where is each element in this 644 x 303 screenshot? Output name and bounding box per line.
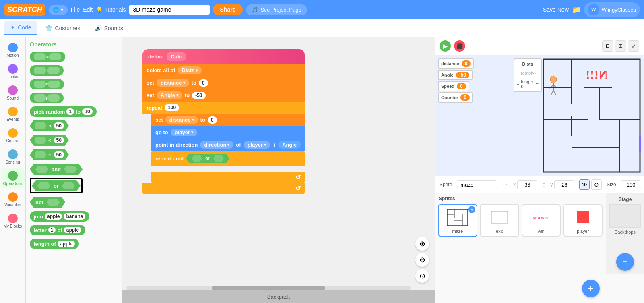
delete-all-block[interactable]: delete all of Dists ▾ <box>142 64 305 77</box>
player-of-dropdown[interactable]: player ▾ <box>244 141 270 149</box>
set-distance-block[interactable]: set distance ▾ to 0 <box>142 77 305 89</box>
hide-button[interactable]: ⊘ <box>591 179 602 190</box>
block-letter-row: letter 1 of apple <box>30 225 118 235</box>
edit-menu[interactable]: Edit <box>83 6 93 13</box>
stage-fullscreen-button[interactable]: ⤢ <box>628 40 639 52</box>
user-menu[interactable]: W WlingyClasses <box>584 2 640 17</box>
category-sensing[interactable]: Sensing <box>1 147 25 167</box>
category-variables[interactable]: Variables <box>1 190 25 210</box>
repeat-arrow-icon[interactable]: ↺ <box>295 185 301 192</box>
motion-dot <box>8 43 18 52</box>
repeat-value[interactable]: 100 <box>165 104 179 111</box>
stage-small-button[interactable]: ⊡ <box>602 40 613 52</box>
show-button[interactable]: 👁 <box>579 179 590 190</box>
tutorials-button[interactable]: 💡 Tutorials <box>96 6 126 13</box>
stop-button[interactable]: ⬛ <box>454 40 465 52</box>
scratch-logo[interactable]: SCRATCH <box>4 4 45 16</box>
block-join[interactable]: join apple banana <box>30 211 89 222</box>
block-eq-row: = 50 <box>30 149 118 160</box>
sprite-name-input[interactable] <box>457 180 497 189</box>
height-arrows-icon: ↕ <box>542 181 545 188</box>
set-label-2: set <box>147 92 154 98</box>
script-area[interactable]: define Calc delete all of Dists ▾ set di… <box>122 37 435 303</box>
add-backdrop-button[interactable]: + <box>616 253 634 271</box>
stage-thumbnail[interactable] <box>609 204 641 228</box>
sprite-card-maze[interactable]: ✕ maze <box>438 204 477 237</box>
direction-dropdown[interactable]: direction ▾ <box>200 141 233 149</box>
backpack-label: Backpack <box>267 294 290 300</box>
category-looks[interactable]: Looks <box>1 62 25 81</box>
block-and[interactable]: and <box>30 164 83 175</box>
block-and-row: and <box>30 164 118 175</box>
block-div[interactable]: / <box>30 93 64 103</box>
zoom-reset-button[interactable]: ⊙ <box>415 269 429 283</box>
set-distance-inner-block[interactable]: set distance ▾ to 0 <box>151 114 305 126</box>
green-flag-button[interactable]: ▶ <box>440 40 451 52</box>
block-length[interactable]: length of apple <box>30 239 79 249</box>
set-angle-block[interactable]: set Angle ▾ to -50 <box>142 89 305 102</box>
save-now-button[interactable]: Save Now <box>543 6 569 13</box>
tab-sounds[interactable]: 🔊 Sounds <box>89 22 130 35</box>
add-sprite-button[interactable]: + <box>582 280 600 297</box>
distance-inner-dropdown[interactable]: distance ▾ <box>165 116 198 124</box>
category-events[interactable]: Events <box>1 104 25 124</box>
distance-dropdown[interactable]: distance ▾ <box>157 79 189 87</box>
repeat-header[interactable]: repeat 100 <box>142 102 305 114</box>
block-add[interactable]: + <box>30 52 65 62</box>
sprite-delete-maze[interactable]: ✕ <box>468 206 475 213</box>
block-sub[interactable]: - <box>30 65 64 76</box>
sprite-card-exit[interactable]: exit <box>480 204 519 237</box>
angle-dropdown[interactable]: Angle ▾ <box>157 91 182 99</box>
or-condition[interactable]: or <box>186 154 229 163</box>
var-monitor-speed: Speed 0 <box>438 81 469 91</box>
distance-inner-value[interactable]: 0 <box>208 116 217 124</box>
category-myblocks[interactable]: My Blocks <box>1 211 25 231</box>
block-letter[interactable]: letter 1 of apple <box>30 225 85 235</box>
distance-value[interactable]: 0 <box>199 79 208 87</box>
tab-code[interactable]: ✦ Code <box>4 21 37 35</box>
backdrops-count: 1 <box>624 235 627 240</box>
arrow-icon[interactable]: ↺ <box>295 174 301 181</box>
sprite-card-win[interactable]: you win win <box>522 204 561 237</box>
folder-button[interactable]: 📁 <box>572 5 581 14</box>
file-menu[interactable]: File <box>71 6 80 13</box>
repeat-until-header[interactable]: repeat until or <box>151 151 305 166</box>
sprite-label-player: player <box>577 229 589 234</box>
x-input[interactable] <box>517 180 537 189</box>
project-title-input[interactable] <box>129 5 210 15</box>
size-input[interactable] <box>621 180 641 189</box>
zoom-in-button[interactable]: ⊕ <box>415 237 429 251</box>
category-motion[interactable]: Motion <box>1 40 25 60</box>
tab-costumes[interactable]: 👕 Costumes <box>39 22 87 35</box>
block-random[interactable]: pick random 1 to 10 <box>30 106 97 117</box>
category-operators[interactable]: Operators <box>1 168 25 188</box>
block-eq[interactable]: = 50 <box>30 149 69 160</box>
share-button[interactable]: Share <box>213 4 243 15</box>
control-dot <box>8 128 18 138</box>
block-lt[interactable]: < 50 <box>30 135 69 146</box>
sprite-thumb-player <box>571 207 595 227</box>
define-hat-block[interactable]: define Calc <box>142 49 305 64</box>
block-mul[interactable]: * <box>30 79 64 89</box>
player-dropdown[interactable]: player ▾ <box>171 129 197 136</box>
stage-medium-button[interactable]: ⊞ <box>615 40 626 52</box>
category-sound[interactable]: Sound <box>1 83 25 103</box>
list-plus[interactable]: + <box>517 82 519 87</box>
language-button[interactable]: 🌐 ▾ <box>49 5 68 15</box>
block-gt[interactable]: > 50 <box>30 120 69 131</box>
dists-dropdown[interactable]: Dists ▾ <box>178 66 202 74</box>
block-not[interactable]: not <box>30 197 65 208</box>
see-project-button[interactable]: 🎵 See Project Page <box>246 4 307 15</box>
point-direction-block[interactable]: point in direction direction ▾ of player… <box>151 139 305 151</box>
zoom-out-button[interactable]: ⊖ <box>415 253 429 267</box>
horizontal-scrollbar[interactable] <box>126 286 411 290</box>
block-or[interactable]: or <box>32 180 80 191</box>
backpack-bar[interactable]: Backpack <box>122 290 435 303</box>
sprite-card-player[interactable]: player <box>563 204 603 237</box>
zoom-controls: ⊕ ⊖ ⊙ <box>415 237 429 283</box>
category-control[interactable]: Control <box>1 126 25 145</box>
angle-value[interactable]: -50 <box>192 92 205 99</box>
scrollbar-thumb[interactable] <box>212 286 325 290</box>
go-to-block[interactable]: go to player ▾ <box>151 126 305 139</box>
y-input[interactable] <box>554 180 574 189</box>
